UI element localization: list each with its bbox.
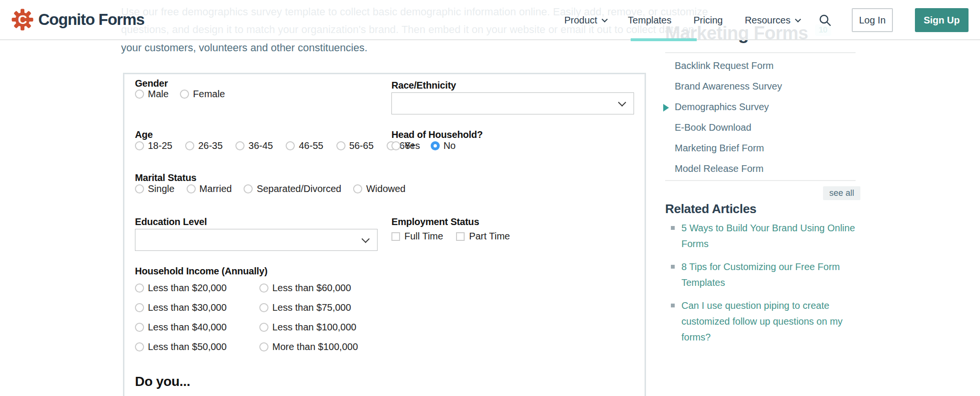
- age-option-36-45[interactable]: 36-45: [235, 140, 273, 151]
- nav-item-product[interactable]: Product: [564, 15, 606, 26]
- radio-unchecked-icon[interactable]: [135, 90, 144, 99]
- logo[interactable]: C Cognito Forms: [11, 9, 145, 31]
- income-option-lt50000[interactable]: Less than $50,000: [135, 337, 259, 357]
- search-icon[interactable]: [818, 13, 832, 27]
- nav-item-pricing[interactable]: Pricing: [693, 15, 723, 26]
- radio-unchecked-icon[interactable]: [336, 141, 345, 150]
- income-option-lt60000[interactable]: Less than $60,000: [259, 278, 403, 298]
- sidebar-item-ebook-download[interactable]: E-Book Download: [675, 122, 751, 133]
- option-label: Male: [148, 89, 168, 100]
- age-option-56-65[interactable]: 56-65: [336, 140, 374, 151]
- header-progress-indicator: [631, 38, 697, 41]
- employment-option-part-time[interactable]: Part Time: [456, 231, 510, 242]
- gender-option-male[interactable]: Male: [135, 89, 168, 100]
- option-label: Less than $20,000: [148, 283, 227, 294]
- radio-unchecked-icon[interactable]: [185, 141, 194, 150]
- radio-unchecked-icon[interactable]: [180, 90, 189, 99]
- sidebar-item-marketing-brief-form[interactable]: Marketing Brief Form: [675, 143, 764, 154]
- radio-unchecked-icon[interactable]: [135, 342, 144, 351]
- radio-unchecked-icon[interactable]: [244, 184, 253, 193]
- radio-checked-icon[interactable]: [431, 141, 440, 150]
- gender-option-female[interactable]: Female: [180, 89, 225, 100]
- marital-option-single[interactable]: Single: [135, 183, 175, 194]
- sidebar-item-brand-awareness-survey[interactable]: Brand Awareness Survey: [675, 81, 782, 92]
- signup-button[interactable]: Sign Up: [915, 8, 969, 32]
- income-option-lt40000[interactable]: Less than $40,000: [135, 317, 259, 337]
- marital-option-widowed[interactable]: Widowed: [353, 183, 405, 194]
- education-level-label: Education Level: [135, 216, 207, 227]
- sidebar-item-demographics-survey[interactable]: Demographics Survey: [675, 102, 769, 113]
- svg-text:C: C: [18, 12, 27, 27]
- main-nav: Product Templates Pricing Resources Log …: [564, 0, 969, 40]
- radio-unchecked-icon[interactable]: [135, 303, 144, 312]
- chevron-down-icon: [795, 16, 801, 23]
- income-option-lt30000[interactable]: Less than $30,000: [135, 298, 259, 317]
- radio-unchecked-icon[interactable]: [391, 141, 401, 150]
- radio-unchecked-icon[interactable]: [259, 323, 268, 332]
- radio-unchecked-icon[interactable]: [286, 141, 295, 150]
- chevron-down-icon: [362, 235, 370, 243]
- hoh-option-yes[interactable]: Yes: [391, 140, 420, 151]
- logo-wordmark: Cognito Forms: [38, 11, 145, 29]
- sidebar-divider-top: [665, 52, 856, 53]
- option-label: Less than $40,000: [148, 322, 227, 333]
- nav-item-templates[interactable]: Templates: [628, 15, 671, 26]
- gear-icon: C: [11, 9, 33, 31]
- marital-option-separated-divorced[interactable]: Separated/Divorced: [244, 183, 341, 194]
- option-label: 46-55: [299, 140, 323, 151]
- hoh-option-no[interactable]: No: [431, 140, 456, 151]
- option-label: 26-35: [198, 140, 223, 151]
- income-option-lt75000[interactable]: Less than $75,000: [259, 298, 403, 317]
- gender-options: Male Female: [135, 89, 225, 100]
- login-button[interactable]: Log In: [852, 8, 893, 32]
- see-all-button[interactable]: see all: [823, 186, 860, 200]
- related-article-link-question-piping[interactable]: Can I use question piping to create cust…: [671, 298, 863, 345]
- option-label: 56-65: [349, 140, 374, 151]
- radio-unchecked-icon[interactable]: [259, 303, 268, 312]
- option-label: No: [444, 140, 456, 151]
- chevron-down-icon: [618, 99, 626, 107]
- article-link-text: 5 Ways to Build Your Brand Using Online …: [681, 223, 855, 249]
- race-ethnicity-label: Race/Ethnicity: [391, 80, 456, 91]
- related-article-link-brand[interactable]: 5 Ways to Build Your Brand Using Online …: [671, 220, 863, 252]
- related-articles-heading: Related Articles: [665, 202, 757, 216]
- radio-unchecked-icon[interactable]: [235, 141, 245, 150]
- nav-item-resources[interactable]: Resources: [745, 15, 799, 26]
- checkbox-unchecked-icon[interactable]: [456, 232, 465, 241]
- bullet-icon: [671, 304, 675, 307]
- option-label: Less than $100,000: [272, 322, 356, 333]
- sidebar-item-model-release-form[interactable]: Model Release Form: [675, 163, 764, 174]
- income-option-lt100000[interactable]: Less than $100,000: [259, 317, 403, 337]
- radio-unchecked-icon[interactable]: [259, 283, 268, 293]
- radio-unchecked-icon[interactable]: [135, 184, 144, 193]
- sidebar-item-backlink-request-form[interactable]: Backlink Request Form: [675, 60, 774, 71]
- radio-unchecked-icon[interactable]: [135, 141, 144, 150]
- age-options: 18-25 26-35 36-45 46-55 56-65 66+: [135, 140, 416, 151]
- marital-status-label: Marital Status: [135, 172, 196, 183]
- race-ethnicity-select[interactable]: [391, 92, 634, 114]
- option-label: Less than $50,000: [148, 341, 227, 352]
- income-option-gt100000[interactable]: More than $100,000: [259, 337, 403, 357]
- radio-unchecked-icon[interactable]: [135, 283, 144, 293]
- education-level-select[interactable]: [135, 229, 378, 251]
- radio-unchecked-icon[interactable]: [187, 184, 196, 193]
- chevron-down-icon: [601, 16, 608, 23]
- marital-option-married[interactable]: Married: [187, 183, 232, 194]
- radio-unchecked-icon[interactable]: [259, 342, 268, 351]
- option-label: Separated/Divorced: [256, 183, 341, 194]
- related-article-link-templates[interactable]: 8 Tips for Customizing our Free Form Tem…: [671, 259, 863, 291]
- age-option-18-25[interactable]: 18-25: [135, 140, 172, 151]
- demographics-survey-form: Gender Male Female Race/Ethnicity Age 18…: [123, 73, 646, 396]
- employment-option-full-time[interactable]: Full Time: [391, 231, 443, 242]
- age-option-46-55[interactable]: 46-55: [286, 140, 323, 151]
- option-label: Widowed: [366, 183, 405, 194]
- radio-unchecked-icon[interactable]: [353, 184, 362, 193]
- nav-item-label: Templates: [628, 15, 671, 26]
- play-arrow-icon: [663, 104, 669, 112]
- age-option-26-35[interactable]: 26-35: [185, 140, 223, 151]
- radio-unchecked-icon[interactable]: [135, 323, 144, 332]
- income-option-lt20000[interactable]: Less than $20,000: [135, 278, 259, 298]
- checkbox-unchecked-icon[interactable]: [391, 232, 400, 241]
- nav-item-label: Pricing: [693, 15, 723, 26]
- option-label: 36-45: [248, 140, 273, 151]
